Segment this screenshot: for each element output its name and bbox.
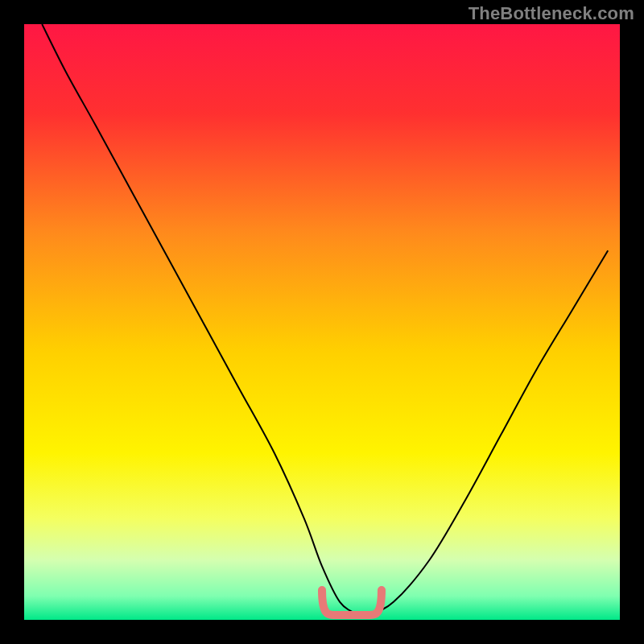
chart-frame: TheBottleneck.com (0, 0, 644, 644)
plot-background (24, 24, 620, 620)
bottleneck-chart (0, 0, 644, 644)
watermark-text: TheBottleneck.com (469, 3, 634, 24)
